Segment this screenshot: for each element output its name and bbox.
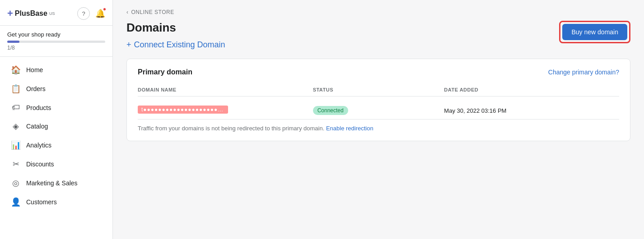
sidebar-item-products[interactable]: 🏷 Products — [4, 98, 109, 117]
catalog-icon: ◈ — [11, 121, 21, 131]
sidebar-item-marketing[interactable]: ◎ Marketing & Sales — [4, 174, 109, 193]
orders-icon: 📋 — [11, 84, 21, 94]
progress-bar-fill — [7, 41, 19, 43]
sidebar-item-home-label: Home — [26, 66, 43, 74]
buy-domain-button-wrapper: Buy new domain — [559, 21, 630, 43]
enable-redirection-link[interactable]: Enable redirection — [326, 125, 373, 132]
col-date-added: DATE ADDED — [444, 87, 619, 92]
logo-us: US — [49, 11, 55, 16]
page-header: Domains + Connect Existing Domain Buy ne… — [126, 21, 630, 50]
main-content: ‹ ONLINE STORE Domains + Connect Existin… — [113, 0, 644, 239]
breadcrumb-parent[interactable]: ONLINE STORE — [131, 9, 174, 15]
col-domain-name: DOMAIN NAME — [138, 87, 313, 92]
redirect-notice-text: Traffic from your domains is not being r… — [138, 125, 324, 132]
sidebar-item-products-label: Products — [26, 104, 51, 111]
connect-domain-label: Connect Existing Domain — [134, 40, 225, 50]
sidebar-item-orders[interactable]: 📋 Orders — [4, 79, 109, 98]
home-icon: 🏠 — [11, 65, 21, 75]
primary-domain-card: Primary domain Change primary domain? DO… — [126, 59, 630, 141]
help-button[interactable]: ? — [77, 7, 90, 20]
products-icon: 🏷 — [11, 103, 21, 112]
sidebar-item-customers-label: Customers — [26, 198, 57, 206]
progress-bar-background — [7, 41, 105, 43]
domain-card-header: Primary domain Change primary domain? — [138, 68, 619, 76]
progress-fraction: 1/8 — [7, 45, 105, 51]
domain-name-value: t●●●●●●●●●●●●●●●●●●●●●●●● — [138, 106, 228, 114]
date-added-cell: May 30, 2022 03:16 PM — [444, 106, 619, 115]
customers-icon: 👤 — [11, 197, 21, 207]
logo-text: PlusBase — [15, 9, 47, 18]
sidebar-item-discounts-label: Discounts — [26, 161, 54, 168]
col-status: STATUS — [313, 87, 444, 92]
table-row: t●●●●●●●●●●●●●●●●●●●●●●●● Connected May … — [138, 102, 619, 120]
sidebar-item-marketing-label: Marketing & Sales — [26, 179, 78, 187]
plus-icon: + — [126, 40, 131, 50]
sidebar-item-customers[interactable]: 👤 Customers — [4, 193, 109, 211]
sidebar-item-analytics[interactable]: 📊 Analytics — [4, 136, 109, 155]
domain-name-cell: t●●●●●●●●●●●●●●●●●●●●●●●● — [138, 106, 313, 115]
sidebar-header: + PlusBaseUS ? 🔔 — [0, 0, 112, 26]
sidebar-item-discounts[interactable]: ✂ Discounts — [4, 155, 109, 174]
header-icons: ? 🔔 — [77, 7, 105, 20]
progress-label: Get your shop ready — [7, 31, 105, 38]
domain-table-header: DOMAIN NAME STATUS DATE ADDED — [138, 83, 619, 97]
domain-card-title: Primary domain — [138, 68, 192, 76]
analytics-icon: 📊 — [11, 140, 21, 150]
sidebar: + PlusBaseUS ? 🔔 Get your shop ready 1/8… — [0, 0, 113, 239]
change-primary-link[interactable]: Change primary domain? — [548, 69, 619, 76]
shop-progress: Get your shop ready 1/8 — [0, 26, 112, 57]
sidebar-item-orders-label: Orders — [26, 85, 46, 92]
status-badge: Connected — [313, 106, 348, 115]
date-added-value: May 30, 2022 03:16 PM — [444, 107, 506, 114]
logo-plus-icon: + — [7, 8, 13, 19]
connect-domain-link[interactable]: + Connect Existing Domain — [126, 40, 225, 50]
sidebar-item-analytics-label: Analytics — [26, 142, 51, 149]
status-cell: Connected — [313, 106, 444, 115]
notifications-button[interactable]: 🔔 — [95, 9, 105, 18]
page-title: Domains — [126, 21, 225, 35]
sidebar-item-catalog[interactable]: ◈ Catalog — [4, 117, 109, 136]
breadcrumb-arrow: ‹ — [126, 9, 129, 15]
sidebar-item-home[interactable]: 🏠 Home — [4, 60, 109, 79]
discounts-icon: ✂ — [11, 159, 21, 169]
page-title-section: Domains + Connect Existing Domain — [126, 21, 225, 50]
buy-domain-button[interactable]: Buy new domain — [562, 24, 627, 40]
marketing-icon: ◎ — [11, 178, 21, 188]
notification-dot — [103, 8, 106, 11]
logo: + PlusBaseUS — [7, 8, 55, 19]
sidebar-item-catalog-label: Catalog — [26, 123, 48, 130]
breadcrumb: ‹ ONLINE STORE — [126, 9, 630, 15]
redirect-notice: Traffic from your domains is not being r… — [138, 125, 619, 132]
nav-items: 🏠 Home 📋 Orders 🏷 Products ◈ Catalog 📊 A… — [0, 57, 112, 215]
